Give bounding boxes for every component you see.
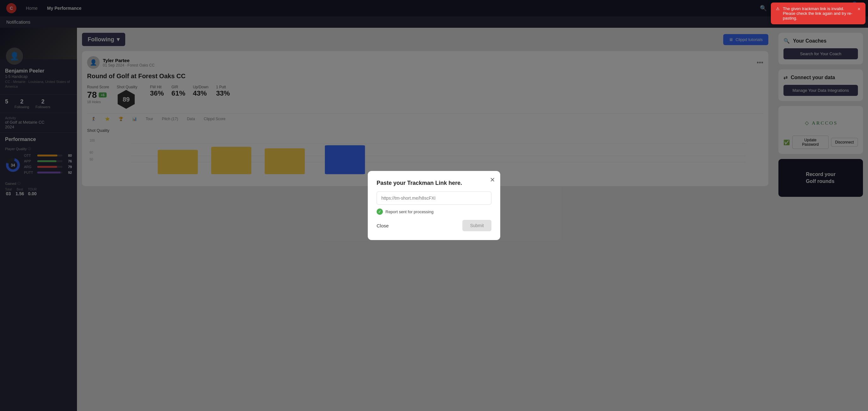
modal-close-button[interactable]: ✕ <box>490 176 495 184</box>
success-message: ✓ Report sent for processing <box>377 209 491 215</box>
submit-button[interactable]: Submit <box>462 220 491 231</box>
modal-overlay: Paste your Trackman Link here. ✕ ✓ Repor… <box>0 0 868 411</box>
close-modal-button[interactable]: Close <box>377 223 389 228</box>
modal-title: Paste your Trackman Link here. <box>377 180 491 186</box>
trackman-link-input[interactable] <box>377 191 491 205</box>
error-close-button[interactable]: × <box>858 6 861 12</box>
success-icon: ✓ <box>377 209 383 215</box>
error-banner: ⚠ The given trackman link is invalid. Pl… <box>771 2 866 24</box>
trackman-modal: Paste your Trackman Link here. ✕ ✓ Repor… <box>368 171 500 240</box>
warning-icon: ⚠ <box>776 6 780 11</box>
modal-actions: Close Submit <box>377 220 491 231</box>
